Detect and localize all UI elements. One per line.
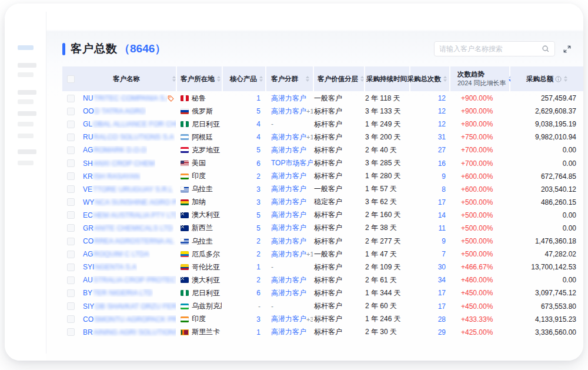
customer-name-link[interactable]: SHANXI CROP CHEM [83,159,155,168]
sidebar-item[interactable] [18,111,36,116]
row-checkbox[interactable] [67,224,75,232]
purchase-count-link[interactable]: 29 [438,328,446,336]
sidebar-item[interactable] [18,134,34,138]
customer-segment-link[interactable]: 高潜力客户 [271,197,306,207]
customer-name-link[interactable]: SYINGENTA S.A [83,263,137,271]
table-row[interactable]: AGROQUIM C LTDA厄瓜多尔2高潜力客户+1一般客户1 年 47 天7… [62,248,583,261]
purchase-count-link[interactable]: 12 [438,120,446,128]
sort-icon[interactable] [443,76,447,82]
customer-segment-link[interactable]: 高潜力客户 [271,249,306,259]
row-checkbox[interactable] [67,172,75,180]
core-products-count-link[interactable]: 5 [256,224,260,232]
row-checkbox[interactable] [67,185,75,193]
purchase-count-link[interactable]: 14 [438,211,446,219]
core-products-count-link[interactable]: 3 [256,198,260,206]
customer-name-link[interactable]: WYNCA SUNSHINE AGRO PROD U... [83,198,176,206]
table-row[interactable]: BYTER NIGERIA LTD尼日利亚6高潜力客户标杆客户1 年 344 天… [62,286,583,299]
row-checkbox[interactable] [67,276,75,284]
core-products-count-link[interactable]: 6 [256,289,260,297]
table-row[interactable]: VETTORE URUGUAY S.R.L乌拉圭3高潜力客户一般客户1 年 57… [62,183,583,196]
customer-name-link[interactable]: COSMONTU AGROPACK PRIVAT E... [83,315,176,324]
sidebar-item[interactable] [18,161,34,165]
search-icon[interactable] [542,45,550,53]
core-products-count-link[interactable]: 4 [256,133,260,141]
sort-icon[interactable] [360,76,364,82]
core-products-count-link[interactable]: 5 [256,211,260,219]
sidebar-item[interactable] [18,99,34,104]
row-checkbox[interactable] [67,251,75,258]
sidebar-item[interactable] [18,122,34,126]
customer-name-link[interactable]: KRISH RASAYAN [83,172,141,181]
column-header-amount[interactable]: 采购总额 [510,66,583,91]
table-row[interactable]: BRAINING AGRI SOLUTIONS PVT LTD斯里兰卡1高潜力客… [62,326,583,339]
customer-segment-link[interactable]: 高潜力客户 [271,314,306,324]
core-products-count-link[interactable]: 1 [256,94,260,102]
purchase-count-link[interactable]: 31 [438,133,446,141]
table-row[interactable]: AGROMARK D.O.O克罗地亚5高潜力客户标杆客户2 年 40 天27+7… [62,144,583,156]
column-header-products[interactable]: 核心产品 [223,66,265,91]
table-row[interactable]: SHANXI CROP CHEM美国6TOP市场客户标杆客户3 年 285 天1… [62,156,583,169]
customer-name-link[interactable]: BRAINING AGRI SOLUTIONS PVT LTD [83,328,176,336]
sort-icon[interactable] [306,76,309,82]
column-header-segment[interactable]: 客户分群 [266,66,313,91]
core-products-count-link[interactable]: 5 [256,146,260,154]
customer-segment-link[interactable]: 高潜力客户 [271,210,306,220]
customer-name-link[interactable]: CORREA AGROSTERNA AL R... [83,237,176,245]
purchase-count-link[interactable]: 11 [439,224,446,232]
customer-name-link[interactable]: SIYOB SHAVKAT ORZU FERMER X... [83,302,176,311]
core-products-count-link[interactable]: 1 [256,263,260,271]
sort-icon[interactable] [172,76,176,82]
customer-segment-link[interactable]: 高潜力客户 [271,236,306,246]
customer-name-link[interactable]: AGROMARK D.O.O [83,146,147,154]
core-products-count-link[interactable]: 3 [256,185,260,194]
sidebar-item[interactable] [18,72,34,77]
customer-name-link[interactable]: AUSTRALIA CROP PROTECTION P... [83,276,176,284]
sidebar-item[interactable] [18,90,36,95]
customer-segment-link[interactable]: 高潜力客户 [271,94,306,104]
column-header-duration[interactable]: 采购持续时间 [365,66,409,91]
purchase-count-link[interactable]: 17 [438,302,446,311]
purchase-count-link[interactable]: 7 [442,250,446,258]
customer-segment-link[interactable]: 高潜力客户 [271,184,306,194]
search-box[interactable] [434,41,555,56]
purchase-count-link[interactable]: 9 [442,172,446,181]
customer-segment-link[interactable]: 高潜力客户 [271,132,306,142]
purchase-count-link[interactable]: 27 [438,146,446,154]
row-checkbox[interactable] [67,211,75,219]
row-checkbox[interactable] [67,289,75,297]
row-checkbox[interactable] [67,95,75,102]
customer-name-link[interactable]: NUTRITEC COMPANIA S.A.C [83,94,167,102]
customer-name-link[interactable]: GLOBAL ALLIANCE FOR CHEMI CA... [83,120,176,128]
customer-segment-link[interactable]: 高潜力客户 [271,327,306,337]
table-row[interactable]: GRANITE CHEMICALS LTD新西兰5高潜力客户标杆客户2 年 38… [62,222,583,235]
table-row[interactable]: SIYOB SHAVKAT ORZU FERMER X...乌兹别克斯坦--标杆… [62,300,583,313]
column-header-trend[interactable]: 次数趋势2024 同比增长率 [450,66,509,91]
table-row[interactable]: KRISH RASAYAN印度2高潜力客户标杆客户1 年 280 天9+600.… [62,170,583,183]
column-header-location[interactable]: 客户所在地 [177,66,222,91]
purchase-count-link[interactable]: 9 [442,237,446,245]
table-row[interactable]: SYINGENTA S.A哥伦比亚1-标杆客户2 年 109 天30+466.6… [62,261,583,274]
purchase-count-link[interactable]: 8 [442,185,446,194]
table-row[interactable]: OOD TATRA AGRO俄罗斯5高潜力客户+1标杆客户3 年 133 天12… [62,105,583,118]
customer-segment-link[interactable]: TOP市场客户 [271,158,313,168]
customer-segment-link[interactable]: 高潜力客户 [271,106,306,116]
customer-name-link[interactable]: AGROQUIM C LTDA [83,250,150,258]
search-input[interactable] [439,45,542,53]
purchase-count-link[interactable]: 12 [438,94,446,102]
column-header-tier[interactable]: 客户价值分层 [314,66,364,91]
row-checkbox[interactable] [67,315,75,323]
sort-icon[interactable] [259,76,263,82]
row-checkbox[interactable] [67,264,75,271]
table-row[interactable]: ECHEM AUSTRALIA PTY LTD澳大利亚5高潜力客户标杆客户2 年… [62,209,583,222]
core-products-count-link[interactable]: 2 [256,172,260,181]
table-row[interactable]: CORREA AGROSTERNA AL R...乌拉圭2高潜力客户标杆客户2 … [62,235,583,248]
core-products-count-link[interactable]: 5 [256,107,260,115]
row-checkbox[interactable] [67,238,75,245]
row-checkbox[interactable] [67,134,75,141]
customer-name-link[interactable]: OOD TATRA AGRO [83,107,146,115]
sort-icon[interactable] [217,76,220,82]
sidebar-item-active[interactable] [18,45,34,50]
row-checkbox[interactable] [67,159,75,167]
customer-segment-link[interactable]: 高潜力客户 [271,145,306,155]
column-header-name[interactable]: 客户名称 [62,66,176,91]
